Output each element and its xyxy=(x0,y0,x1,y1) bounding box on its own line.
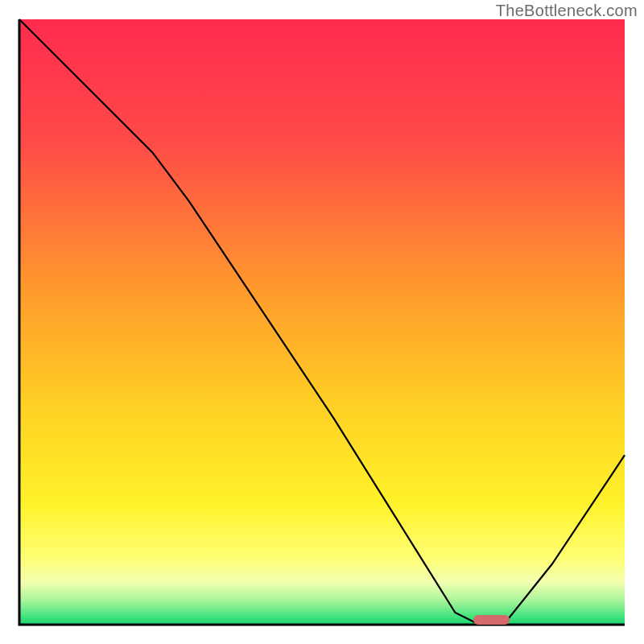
bottleneck-chart xyxy=(0,0,644,644)
optimal-marker xyxy=(473,615,510,625)
watermark-text: TheBottleneck.com xyxy=(496,2,638,20)
